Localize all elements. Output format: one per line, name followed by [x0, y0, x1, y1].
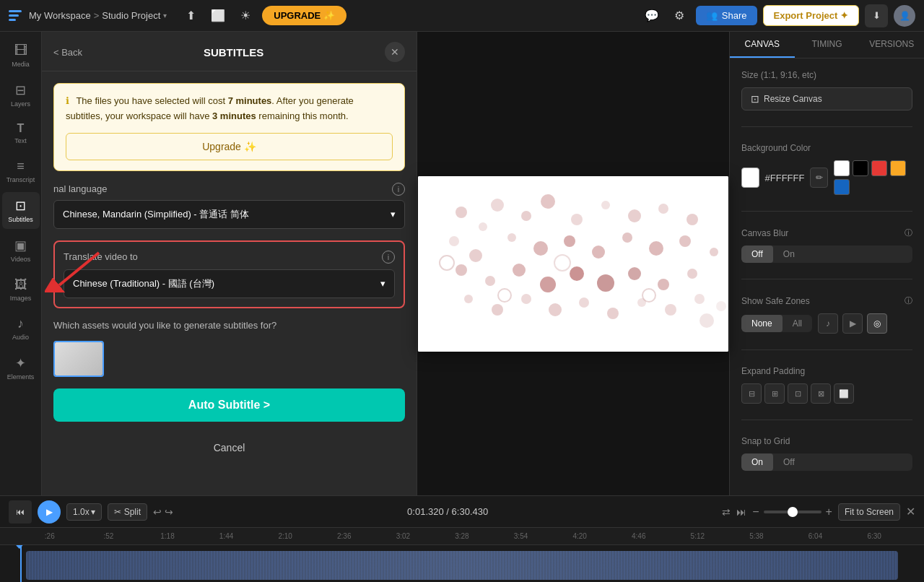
canvas-preview	[418, 176, 728, 352]
skip-btn[interactable]: ⏭	[736, 506, 746, 518]
svg-point-16	[592, 246, 605, 259]
zoom-out-button[interactable]: −	[752, 505, 759, 518]
info-icon[interactable]: i	[392, 183, 405, 196]
snap-off-btn[interactable]: Off	[773, 453, 805, 471]
padding-icon-1[interactable]: ⊟	[741, 383, 762, 404]
sidebar-item-images[interactable]: 🖼 Images	[2, 272, 40, 308]
safe-zones-none-btn[interactable]: None	[741, 315, 783, 332]
play-button[interactable]: ▶	[38, 500, 61, 524]
zoom-thumb[interactable]	[788, 507, 798, 517]
media-icon: 🎞	[14, 43, 27, 58]
avatar[interactable]: 👤	[894, 5, 915, 27]
padding-icon-5[interactable]: ⬜	[834, 383, 854, 404]
tab-timing[interactable]: TIMING	[795, 32, 860, 58]
total-time: 6:30.430	[452, 506, 489, 517]
bg-color-swatch[interactable]	[741, 168, 759, 188]
edit-color-button[interactable]: ✏	[810, 168, 828, 188]
zoom-track[interactable]	[764, 511, 821, 513]
sidebar-item-label: Layers	[11, 100, 30, 108]
export-button[interactable]: Export Project ✦	[763, 5, 859, 26]
bg-color-row: #FFFFFF ✏	[741, 160, 912, 195]
sidebar-item-videos[interactable]: ▣ Videos	[2, 232, 40, 269]
settings-btn[interactable]: ⚙	[668, 5, 690, 27]
share-icon-btn[interactable]: ⬆	[180, 5, 201, 27]
speed-button[interactable]: 1.0x ▾	[66, 503, 102, 521]
svg-point-23	[513, 264, 526, 277]
fit-to-screen-button[interactable]: Fit to Screen	[838, 503, 900, 521]
rewind-button[interactable]: ⏮	[9, 500, 32, 524]
translate-info-icon[interactable]: i	[382, 251, 395, 264]
color-swatch-red[interactable]	[871, 160, 887, 176]
undo-button[interactable]: ↩	[153, 506, 162, 518]
sidebar-item-transcript[interactable]: ≡ Transcript	[2, 153, 40, 189]
playhead[interactable]	[20, 545, 22, 582]
color-swatch-white[interactable]	[834, 160, 850, 176]
tab-canvas[interactable]: CANVAS	[730, 32, 795, 58]
chat-btn[interactable]: 💬	[641, 5, 663, 27]
panel-content: ℹ The files you have selected will cost …	[42, 71, 417, 495]
warning-box: ℹ The files you have selected will cost …	[53, 83, 405, 171]
expand-padding-label: Expand Padding	[741, 366, 912, 376]
download-btn[interactable]: ⬇	[865, 4, 888, 27]
fullscreen-btn[interactable]: ⬜	[207, 5, 229, 27]
padding-icon-4[interactable]: ⊠	[811, 383, 831, 404]
upgrade-button[interactable]: UPGRADE ✨	[262, 6, 346, 25]
sidebar-item-audio[interactable]: ♪ Audio	[2, 310, 40, 347]
snap-on-btn[interactable]: On	[741, 453, 773, 471]
svg-point-12	[469, 249, 482, 262]
blur-info-icon[interactable]: ⓘ	[905, 227, 912, 238]
timeline-controls: ⏮ ▶ 1.0x ▾ ✂ Split ↩ ↪ 0:01.320 / 6:30.4…	[0, 496, 924, 528]
padding-icon-2[interactable]: ⊞	[764, 383, 785, 404]
svg-point-27	[628, 267, 641, 280]
original-language-select[interactable]: Chinese, Mandarin (Simplified) - 普通话 简体 …	[53, 200, 405, 229]
sync-btn[interactable]: ⇄	[722, 506, 731, 518]
sidebar-item-layers[interactable]: ⊟ Layers	[2, 77, 40, 113]
safe-zones-info-icon[interactable]: ⓘ	[905, 295, 912, 306]
resize-canvas-button[interactable]: ⊡ Resize Canvas	[741, 87, 912, 110]
bg-color-section: Background Color #FFFFFF ✏	[741, 143, 912, 195]
close-panel-button[interactable]: ✕	[385, 42, 405, 62]
color-swatch-blue[interactable]	[834, 179, 850, 195]
padding-icon-3[interactable]: ⊡	[788, 383, 808, 404]
timeline-tracks[interactable]	[0, 545, 924, 582]
zoom-in-button[interactable]: +	[826, 505, 832, 518]
ruler-mark: 3:02	[374, 532, 433, 540]
youtube-safe-zone-icon[interactable]: ▶	[842, 313, 863, 334]
blur-off-btn[interactable]: Off	[741, 246, 773, 263]
blur-on-btn[interactable]: On	[773, 246, 805, 263]
sidebar-item-elements[interactable]: ✦ Elements	[2, 349, 40, 386]
sidebar-item-subtitles[interactable]: ⊡ Subtitles	[2, 192, 40, 229]
auto-subtitle-label: Auto Subtitle >	[188, 399, 270, 412]
instagram-safe-zone-icon[interactable]: ◎	[867, 313, 887, 334]
sidebar-item-text[interactable]: T Text	[2, 116, 40, 150]
cancel-button[interactable]: Cancel	[53, 433, 405, 462]
back-button[interactable]: < Back	[53, 47, 82, 58]
logo[interactable]	[9, 10, 22, 21]
transcript-icon: ≡	[17, 159, 25, 174]
right-panel-tabs: CANVAS TIMING VERSIONS	[730, 32, 924, 58]
sidebar-item-media[interactable]: 🎞 Media	[2, 38, 40, 74]
tiktok-safe-zone-icon[interactable]: ♪	[818, 313, 838, 334]
svg-point-9	[658, 204, 668, 214]
tab-versions[interactable]: VERSIONS	[859, 32, 924, 58]
subtitles-panel: < Back SUBTITLES ✕ ℹ The files you have …	[42, 32, 417, 495]
color-swatch-black[interactable]	[853, 160, 868, 176]
asset-thumbnail[interactable]	[53, 341, 104, 377]
workspace-label[interactable]: My Workspace	[29, 10, 91, 21]
safe-zones-all-btn[interactable]: All	[783, 315, 812, 332]
auto-subtitle-button[interactable]: Auto Subtitle >	[53, 388, 405, 422]
brightness-btn[interactable]: ☀	[235, 5, 256, 27]
share-button[interactable]: 👥 Share	[696, 6, 757, 25]
canvas-area	[417, 32, 729, 495]
split-button[interactable]: ✂ Split	[108, 503, 147, 521]
svg-point-3	[491, 199, 504, 212]
subtitles-icon: ⊡	[15, 198, 26, 214]
close-timeline-button[interactable]: ✕	[906, 505, 915, 518]
redo-button[interactable]: ↪	[165, 506, 173, 518]
ruler-mark: 3:28	[432, 532, 492, 540]
project-label[interactable]: Studio Project ▾	[102, 10, 167, 21]
upgrade-yellow-button[interactable]: Upgrade ✨	[66, 133, 393, 160]
color-swatch-yellow[interactable]	[890, 160, 906, 176]
translate-to-select[interactable]: Chinese (Traditional) - 國語 (台灣) ▾	[64, 269, 395, 298]
track-content[interactable]	[26, 551, 898, 580]
